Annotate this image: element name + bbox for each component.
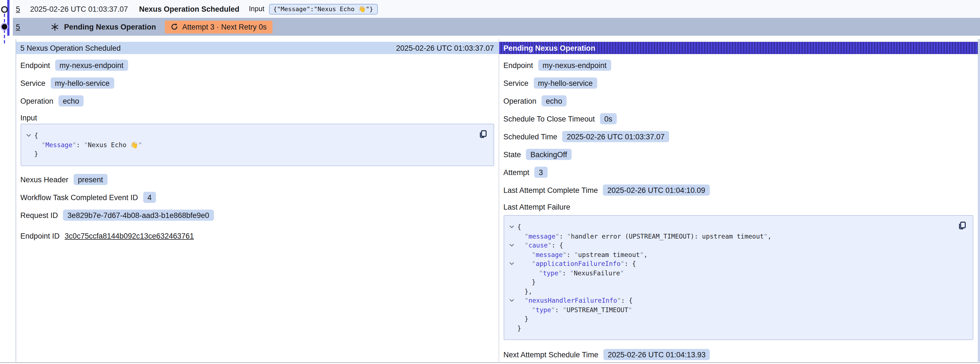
code-line: } (506, 315, 967, 324)
field-label: Scheduled Time (503, 133, 557, 141)
field-label: Request ID (20, 211, 58, 219)
pending-title: Pending Nexus Operation (64, 22, 156, 31)
field-value-badge: 2025-02-26 UTC 01:04:13.93 (603, 349, 710, 360)
field-label: Nexus Header (20, 175, 68, 184)
scheduled-panel-timestamp: 2025-02-26 UTC 01:03:37.07 (396, 44, 494, 52)
failure-json-viewer: {"message": "handler error (UPSTREAM_TIM… (503, 215, 973, 340)
pending-panel-title: Pending Nexus Operation (503, 44, 595, 52)
field-workflow-task-completed-event-id: Workflow Task Completed Event ID 4 (20, 191, 494, 203)
timeline-node-open-circle (1, 6, 8, 13)
endpoint-id-link[interactable]: 3c0c75ccfa8144b092c13ce632463761 (65, 231, 194, 240)
code-line: } (506, 278, 967, 287)
pending-panel-body: Endpoint my-nexus-endpoint Service my-he… (499, 59, 977, 361)
input-json-lines: {"Message": "Nexus Echo 👋"} (23, 131, 488, 159)
active-event-indicator-bar (7, 0, 9, 35)
field-value-badge: my-hello-service (533, 77, 597, 89)
timeline-node-filled-circle (2, 24, 7, 30)
field-label: Service (20, 79, 45, 87)
pending-asterisk-icon (51, 22, 59, 31)
field-value-badge: BackingOff (526, 149, 572, 160)
field-value-badge: echo (541, 95, 567, 107)
retry-badge-text: Attempt 3 · Next Retry 0s (182, 22, 267, 31)
code-line: } (23, 149, 488, 159)
collapse-chevron-icon[interactable] (506, 296, 517, 305)
collapse-chevron-icon[interactable] (23, 131, 34, 140)
event-detail-panels: 5 Nexus Operation Scheduled 2025-02-26 U… (15, 39, 977, 362)
bottom-divider (0, 362, 980, 363)
code-line: "type": "UPSTREAM_TIMEOUT" (506, 305, 967, 315)
copy-icon[interactable] (478, 130, 487, 138)
field-schedule-to-close-timeout: Schedule To Close Timeout 0s (503, 113, 973, 125)
code-line: { (506, 222, 967, 231)
input-json-viewer: {"Message": "Nexus Echo 👋"} (20, 124, 494, 166)
input-label: Input (249, 5, 264, 13)
code-line: "applicationFailureInfo": { (506, 259, 967, 268)
field-operation: Operation echo (503, 95, 973, 107)
code-line: "type": "NexusFailure" (506, 268, 967, 278)
field-value-badge: my-hello-service (51, 77, 114, 89)
code-line: "Message": "Nexus Echo 👋" (23, 140, 488, 149)
code-line: "cause": { (506, 241, 967, 250)
scheduled-panel-body: Endpoint my-nexus-endpoint Service my-he… (16, 59, 498, 242)
field-value-badge: 3e829b7e-7d67-4b08-aad3-b1e868bfe9e0 (63, 209, 214, 221)
code-line: }, (506, 287, 967, 296)
field-value-badge: 2025-02-26 UTC 01:04:10.09 (603, 185, 710, 196)
field-label: Operation (20, 97, 54, 105)
field-service: Service my-hello-service (20, 77, 494, 89)
field-attempt: Attempt 3 (503, 166, 973, 178)
pending-event-id-link[interactable]: 5 (16, 22, 20, 31)
code-line: } (506, 324, 967, 333)
input-section-label: Input (20, 112, 494, 124)
field-next-attempt-schedule-time: Next Attempt Schedule Time 2025-02-26 UT… (503, 348, 973, 361)
field-label: Endpoint (20, 61, 50, 69)
pending-panel-header: Pending Nexus Operation (499, 42, 977, 54)
vertical-scrollbar[interactable] (977, 39, 980, 362)
field-label: Last Attempt Complete Time (503, 186, 598, 194)
collapse-chevron-icon[interactable] (506, 222, 517, 231)
field-label: Endpoint (503, 61, 533, 69)
scheduled-event-panel: 5 Nexus Operation Scheduled 2025-02-26 U… (16, 39, 499, 362)
collapse-chevron-icon[interactable] (506, 241, 517, 250)
field-label: Operation (503, 97, 536, 105)
field-last-attempt-complete-time: Last Attempt Complete Time 2025-02-26 UT… (503, 184, 973, 196)
scheduled-panel-header: 5 Nexus Operation Scheduled 2025-02-26 U… (16, 42, 498, 54)
input-preview-chip: {"Message":"Nexus Echo 👋"} (269, 4, 378, 14)
field-service: Service my-hello-service (503, 77, 973, 89)
event-id-link[interactable]: 5 (16, 5, 20, 13)
field-label: Schedule To Close Timeout (503, 115, 595, 123)
field-label: Next Attempt Schedule Time (503, 350, 598, 359)
collapse-chevron-icon[interactable] (506, 259, 517, 268)
field-label: State (503, 150, 521, 159)
field-value-badge: my-nexus-endpoint (55, 60, 128, 71)
failure-json-lines: {"message": "handler error (UPSTREAM_TIM… (506, 222, 967, 333)
event-row-scheduled[interactable]: 5 2025-02-26 UTC 01:03:37.07 Nexus Opera… (13, 0, 980, 18)
field-value-badge: 3 (534, 167, 547, 178)
pending-operation-panel: Pending Nexus Operation Endpoint my-nexu… (499, 39, 977, 362)
code-line: { (23, 131, 488, 140)
field-label: Endpoint ID (20, 231, 60, 240)
retry-status-badge: Attempt 3 · Next Retry 0s (165, 20, 272, 33)
code-line: "message": "upstream timeout", (506, 250, 967, 259)
field-label: Workflow Task Completed Event ID (20, 193, 138, 201)
code-line: "nexusHandlerFailureInfo": { (506, 296, 967, 305)
field-nexus-header: Nexus Header present (20, 173, 494, 186)
event-title: Nexus Operation Scheduled (139, 5, 239, 13)
scheduled-panel-title: 5 Nexus Operation Scheduled (20, 44, 121, 52)
field-endpoint: Endpoint my-nexus-endpoint (20, 59, 494, 71)
field-state: State BackingOff (503, 148, 973, 161)
copy-icon[interactable] (958, 221, 966, 230)
field-value-badge: my-nexus-endpoint (538, 60, 611, 71)
retry-icon (170, 23, 178, 31)
code-line: "message": "handler error (UPSTREAM_TIME… (506, 231, 967, 241)
field-value-badge: present (73, 174, 108, 185)
field-endpoint: Endpoint my-nexus-endpoint (503, 59, 973, 71)
field-scheduled-time: Scheduled Time 2025-02-26 UTC 01:03:37.0… (503, 131, 973, 143)
field-value-badge: 0s (600, 113, 617, 124)
field-label: Service (503, 79, 528, 87)
field-endpoint-id: Endpoint ID 3c0c75ccfa8144b092c13ce63246… (20, 230, 494, 242)
field-request-id: Request ID 3e829b7e-7d67-4b08-aad3-b1e86… (20, 209, 494, 221)
pending-operation-row[interactable]: 5 Pending Nexus Operation Attempt 3 · Ne… (13, 18, 980, 36)
workflow-event-history-screen: 5 2025-02-26 UTC 01:03:37.07 Nexus Opera… (0, 0, 980, 364)
field-value-badge: echo (59, 95, 84, 107)
field-operation: Operation echo (20, 95, 494, 107)
